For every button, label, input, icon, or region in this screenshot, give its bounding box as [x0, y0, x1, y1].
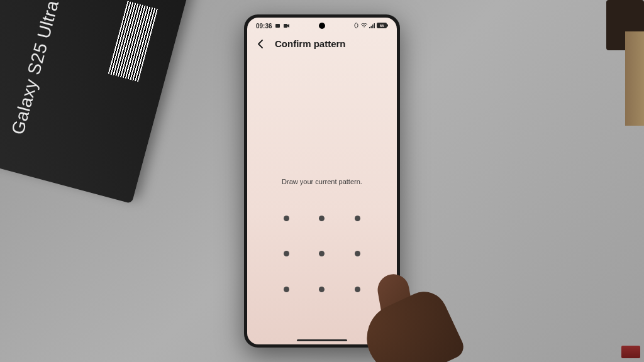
pattern-dot-5[interactable] — [319, 251, 325, 256]
svg-rect-0 — [275, 24, 280, 28]
svg-text:55: 55 — [380, 24, 384, 28]
svg-rect-1 — [284, 24, 287, 28]
phone-screen: 09:36 — [247, 18, 397, 344]
pattern-dot-6[interactable] — [355, 251, 360, 256]
vibrate-icon — [353, 23, 359, 30]
desk-object-right — [625, 31, 644, 126]
svg-rect-2 — [369, 27, 370, 28]
phone-frame: 09:36 — [244, 14, 400, 348]
pattern-dot-3[interactable] — [355, 216, 360, 221]
pattern-dot-9[interactable] — [355, 287, 360, 292]
wifi-icon — [361, 23, 367, 30]
camera-icon — [275, 23, 281, 30]
pattern-dot-4[interactable] — [284, 251, 289, 256]
svg-rect-3 — [371, 26, 372, 28]
svg-rect-4 — [372, 25, 374, 28]
page-header: Confirm pattern — [247, 32, 397, 55]
instruction-text: Draw your current pattern. — [247, 178, 397, 185]
pattern-dot-2[interactable] — [319, 216, 325, 221]
svg-rect-5 — [374, 23, 375, 28]
channel-watermark — [621, 346, 640, 358]
product-name: Galaxy S25 Ultra — [8, 0, 63, 137]
status-time: 09:36 — [256, 23, 272, 30]
svg-rect-7 — [387, 25, 388, 27]
battery-icon: 55 — [377, 23, 388, 30]
pattern-input[interactable] — [269, 200, 375, 307]
signal-icon — [369, 23, 375, 30]
page-title: Confirm pattern — [275, 38, 346, 49]
front-camera — [319, 23, 325, 29]
back-button[interactable] — [256, 39, 266, 49]
nav-bar-indicator[interactable] — [297, 339, 347, 341]
desk-surface: Galaxy S25 Ultra 09:36 — [0, 0, 644, 362]
barcode-label — [108, 1, 158, 82]
pattern-dot-7[interactable] — [284, 287, 289, 292]
pattern-dot-8[interactable] — [319, 287, 325, 292]
pattern-dot-1[interactable] — [284, 216, 289, 221]
chevron-left-icon — [256, 39, 266, 49]
product-box: Galaxy S25 Ultra — [0, 0, 189, 204]
record-icon — [284, 23, 290, 30]
